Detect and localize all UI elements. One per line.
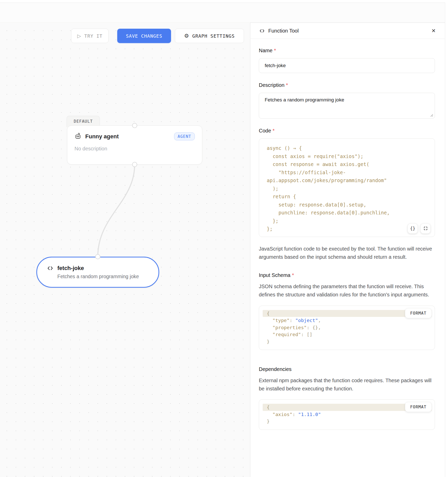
agent-node-top-handle[interactable] [132,123,137,128]
edge-layer [0,23,250,477]
required-asterisk: * [292,272,294,278]
required-asterisk: * [274,48,276,53]
agent-node-bottom-handle[interactable] [132,162,137,167]
play-icon: ▷ [77,33,81,39]
tool-node-description: Fetches a random programming joke [57,274,158,279]
panel-title: Function Tool [268,28,299,34]
gear-icon: ⚙ [184,33,189,39]
app-window: ▷ TRY IT SAVE CHANGES ⚙ GRAPH SETTINGS D… [0,3,445,477]
fullscreen-icon [423,226,428,231]
code-icon [47,265,54,272]
save-changes-button[interactable]: SAVE CHANGES [117,29,171,43]
name-input[interactable] [259,58,435,73]
dependencies-help-text: External npm packages that the function … [259,376,435,393]
format-button[interactable]: FORMAT [405,402,432,412]
robot-icon [74,133,81,140]
tool-node-title: fetch-joke [57,265,84,272]
graph-settings-label: GRAPH SETTINGS [192,33,235,39]
code-editor[interactable]: async () ⇒ { const axios = require("axio… [259,138,435,237]
tool-node-top-handle[interactable] [95,254,100,259]
graph-canvas[interactable]: ▷ TRY IT SAVE CHANGES ⚙ GRAPH SETTINGS D… [0,23,250,477]
code-icon [259,28,265,34]
required-asterisk: * [273,128,275,133]
resize-grip-icon[interactable] [430,113,433,117]
agent-node-description: No description [74,146,195,152]
braces-button[interactable]: {} [408,223,418,234]
try-it-button[interactable]: ▷ TRY IT [71,29,109,43]
function-tool-panel: Function Tool ✕ Name* Description* Fetch… [250,23,445,477]
format-button[interactable]: FORMAT [405,308,432,318]
agent-node-title: Funny agent [85,133,119,140]
input-schema-help-text: JSON schema defining the parameters that… [259,282,435,299]
save-changes-label: SAVE CHANGES [126,33,162,39]
tool-node-fetch-joke[interactable]: fetch-joke Fetches a random programming … [36,257,159,288]
expand-icon[interactable] [420,223,431,234]
agent-type-badge: AGENT [174,132,195,140]
top-bar [0,3,445,23]
try-it-label: TRY IT [84,33,102,39]
required-asterisk: * [286,82,288,88]
name-label: Name* [259,48,435,54]
dependencies-editor[interactable]: FORMAT { "axios": "1.11.0"} [259,399,435,430]
code-label: Code* [259,128,435,134]
input-schema-editor[interactable]: FORMAT { "type": "object", "properties":… [259,306,435,350]
close-icon[interactable]: ✕ [431,28,436,34]
agent-node[interactable]: Funny agent AGENT No description [67,126,202,164]
description-textarea[interactable]: Fetches a random programming joke [259,93,435,119]
graph-settings-button[interactable]: ⚙ GRAPH SETTINGS [175,29,244,43]
code-help-text: JavaScript function code to be executed … [259,245,435,261]
code-lines: async () ⇒ { const axios = require("axio… [267,144,432,233]
panel-header: Function Tool ✕ [250,23,445,39]
dependencies-label: Dependencies [259,366,435,372]
input-schema-label: Input Schema* [259,272,435,278]
edge-agent-to-tool[interactable] [98,164,135,257]
description-label: Description* [259,82,435,88]
